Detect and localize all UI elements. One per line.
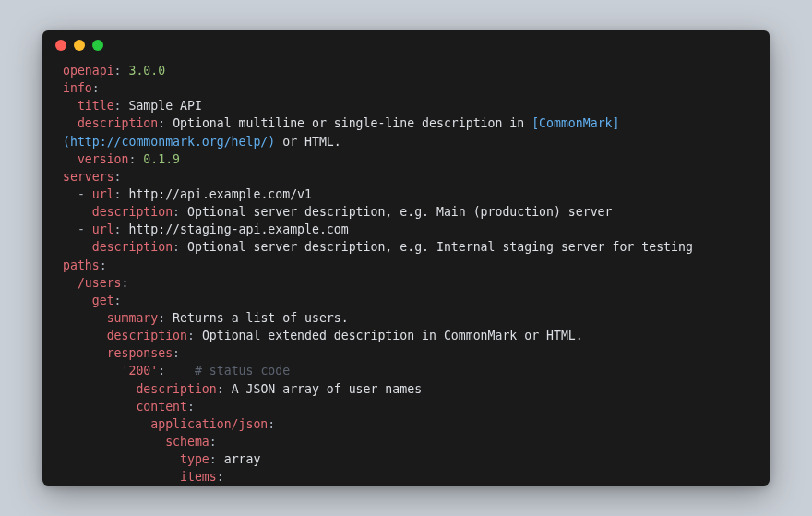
token-punc: :	[122, 276, 129, 290]
code-line: application/json:	[63, 415, 749, 433]
token-punc	[63, 470, 180, 484]
code-line: content:	[63, 398, 749, 415]
token-num: 3.0.0	[128, 64, 165, 78]
window-close-icon[interactable]	[55, 40, 66, 51]
token-punc	[63, 276, 78, 290]
token-punc	[63, 116, 78, 130]
code-line: - url: http://staging-api.example.com	[63, 221, 749, 238]
token-val: Optional server description, e.g. Intern…	[187, 240, 693, 254]
code-line: description: Optional server description…	[63, 203, 749, 221]
code-block: openapi: 3.0.0info: title: Sample API de…	[42, 60, 770, 486]
token-punc: :	[158, 311, 173, 325]
token-punc	[63, 382, 136, 396]
token-key: title	[78, 99, 114, 113]
code-line: /users:	[63, 274, 749, 292]
terminal-window: openapi: 3.0.0info: title: Sample API de…	[42, 30, 770, 486]
code-line: description: A JSON array of user names	[63, 380, 749, 398]
token-num: 0.1.9	[143, 152, 180, 166]
token-val: or HTML.	[275, 135, 340, 149]
token-punc: :	[114, 64, 129, 78]
window-titlebar	[42, 30, 770, 60]
code-line: - url: http://api.example.com/v1	[63, 186, 749, 203]
token-punc	[63, 152, 78, 166]
token-punc	[63, 311, 107, 325]
token-punc	[63, 346, 107, 360]
window-zoom-icon[interactable]	[92, 40, 103, 51]
token-key: description	[107, 329, 187, 342]
token-val: Optional server description, e.g. Main (…	[187, 205, 613, 219]
token-punc: :	[114, 222, 129, 236]
token-punc: :	[217, 382, 232, 396]
token-punc: :	[114, 187, 129, 201]
token-key: info	[63, 81, 92, 95]
token-punc: :	[209, 452, 224, 466]
token-key: description	[92, 240, 173, 254]
token-val: A JSON array of user names	[232, 382, 422, 396]
token-key: type	[180, 452, 209, 466]
token-punc: :	[173, 240, 187, 254]
code-line: servers:	[63, 168, 749, 186]
code-line: info:	[63, 79, 749, 97]
token-punc: :	[187, 400, 195, 414]
code-line: responses:	[63, 344, 749, 362]
token-link: [CommonMark]	[531, 116, 619, 130]
token-key: openapi	[63, 64, 114, 78]
token-val: Optional multiline or single-line descri…	[173, 116, 531, 130]
token-key: description	[136, 382, 216, 396]
token-punc	[63, 294, 92, 307]
token-key: servers	[63, 170, 114, 184]
token-val: Returns a list of users.	[173, 311, 349, 325]
token-punc	[63, 400, 136, 414]
token-punc: :	[114, 170, 122, 184]
token-key: content	[136, 400, 187, 414]
token-val: Sample API	[128, 99, 201, 113]
token-punc	[63, 435, 165, 449]
token-punc: :	[128, 152, 143, 166]
token-punc: :	[268, 417, 275, 431]
token-punc: :	[187, 329, 202, 342]
code-line: paths:	[63, 257, 749, 274]
code-line: openapi: 3.0.0	[63, 62, 749, 79]
token-punc: :	[209, 435, 217, 449]
token-punc: :	[92, 81, 100, 95]
token-val: http://api.example.com/v1	[128, 187, 312, 201]
token-punc: -	[63, 222, 92, 236]
token-key: url	[92, 187, 114, 201]
token-key: /users	[78, 276, 122, 290]
token-val: http://staging-api.example.com	[128, 222, 348, 236]
token-key: description	[78, 116, 158, 130]
code-line: description: Optional server description…	[63, 238, 749, 256]
token-key: get	[92, 294, 114, 307]
token-key: description	[92, 205, 173, 219]
token-punc: :	[114, 294, 122, 307]
code-line: items:	[63, 468, 749, 486]
code-line: type: array	[63, 450, 749, 468]
token-punc	[63, 240, 92, 254]
token-punc: :	[173, 205, 187, 219]
token-punc: :	[158, 364, 165, 378]
token-key: summary	[107, 311, 159, 325]
window-minimize-icon[interactable]	[74, 40, 85, 51]
code-line: schema:	[63, 433, 749, 450]
token-punc	[63, 417, 150, 431]
code-line: summary: Returns a list of users.	[63, 309, 749, 327]
token-comm: # status code	[165, 364, 290, 378]
token-key: '200'	[122, 364, 159, 378]
token-punc: :	[114, 99, 129, 113]
code-line: description: Optional extended descripti…	[63, 327, 749, 344]
code-line: description: Optional multiline or singl…	[63, 114, 749, 132]
token-key: schema	[165, 435, 209, 449]
code-line: '200': # status code	[63, 362, 749, 379]
code-line: title: Sample API	[63, 97, 749, 114]
token-punc: :	[173, 346, 180, 360]
code-line: get:	[63, 292, 749, 309]
token-key: paths	[63, 258, 100, 272]
code-line: version: 0.1.9	[63, 150, 749, 168]
code-line: (http://commonmark.org/help/) or HTML.	[63, 133, 749, 150]
token-punc: -	[63, 187, 92, 201]
token-punc: :	[100, 258, 107, 272]
token-val: array	[224, 452, 261, 466]
token-key: version	[78, 152, 129, 166]
token-punc	[63, 364, 122, 378]
token-punc	[63, 205, 92, 219]
